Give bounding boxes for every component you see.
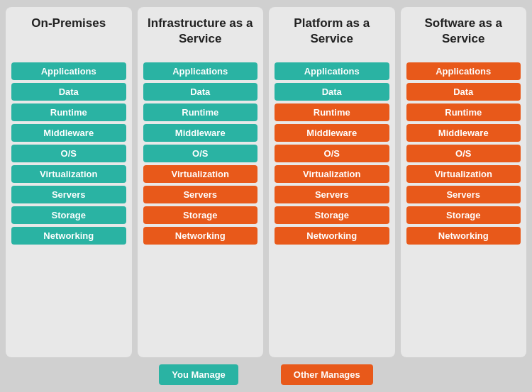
item-storage-iaas: Storage <box>143 206 258 224</box>
item-servers-iaas: Servers <box>143 186 258 203</box>
item-virtualization-iaas: Virtualization <box>143 165 258 183</box>
item-storage-on-premises: Storage <box>11 206 126 224</box>
item-servers-saas: Servers <box>406 186 521 203</box>
item-o-s-saas: O/S <box>406 145 521 162</box>
item-runtime-saas: Runtime <box>406 103 521 121</box>
columns-row: On-PremisesApplicationsDataRuntimeMiddle… <box>6 7 526 357</box>
item-servers-paas: Servers <box>275 186 389 203</box>
item-data-paas: Data <box>275 83 389 101</box>
column-title-on-premises: On-Premises <box>31 16 106 52</box>
legend-row: You Manage Other Manages <box>6 364 526 385</box>
item-middleware-iaas: Middleware <box>143 124 258 142</box>
items-list-on-premises: ApplicationsDataRuntimeMiddlewareO/SVirt… <box>11 62 126 245</box>
item-data-on-premises: Data <box>11 83 126 101</box>
item-virtualization-saas: Virtualization <box>406 165 521 183</box>
item-networking-paas: Networking <box>275 227 389 245</box>
items-list-paas: ApplicationsDataRuntimeMiddlewareO/SVirt… <box>275 62 389 245</box>
item-middleware-on-premises: Middleware <box>11 124 126 142</box>
item-virtualization-paas: Virtualization <box>275 165 389 183</box>
items-list-iaas: ApplicationsDataRuntimeMiddlewareO/SVirt… <box>143 62 258 245</box>
item-data-saas: Data <box>406 83 521 101</box>
item-servers-on-premises: Servers <box>11 186 126 203</box>
item-applications-saas: Applications <box>406 62 521 80</box>
item-applications-on-premises: Applications <box>11 62 126 80</box>
column-title-paas: Platform as a Service <box>275 16 389 52</box>
item-o-s-iaas: O/S <box>143 145 258 162</box>
item-runtime-iaas: Runtime <box>143 103 258 121</box>
item-data-iaas: Data <box>143 83 258 101</box>
item-networking-on-premises: Networking <box>11 227 126 245</box>
item-virtualization-on-premises: Virtualization <box>11 165 126 183</box>
column-paas: Platform as a ServiceApplicationsDataRun… <box>269 7 395 357</box>
column-iaas: Infrastructure as a ServiceApplicationsD… <box>138 7 264 357</box>
item-networking-saas: Networking <box>406 227 521 245</box>
main-container: On-PremisesApplicationsDataRuntimeMiddle… <box>0 0 532 392</box>
you-manage-legend: You Manage <box>159 364 238 385</box>
items-list-saas: ApplicationsDataRuntimeMiddlewareO/SVirt… <box>406 62 521 245</box>
column-on-premises: On-PremisesApplicationsDataRuntimeMiddle… <box>6 7 132 357</box>
item-storage-saas: Storage <box>406 206 521 224</box>
item-networking-iaas: Networking <box>143 227 258 245</box>
item-applications-paas: Applications <box>275 62 389 80</box>
column-title-saas: Software as a Service <box>406 16 521 52</box>
item-middleware-saas: Middleware <box>406 124 521 142</box>
other-manages-legend: Other Manages <box>281 364 373 385</box>
item-o-s-paas: O/S <box>275 145 389 162</box>
item-runtime-paas: Runtime <box>275 103 389 121</box>
column-title-iaas: Infrastructure as a Service <box>143 16 258 52</box>
item-applications-iaas: Applications <box>143 62 258 80</box>
column-saas: Software as a ServiceApplicationsDataRun… <box>401 7 527 357</box>
item-storage-paas: Storage <box>275 206 389 224</box>
item-o-s-on-premises: O/S <box>11 145 126 162</box>
item-runtime-on-premises: Runtime <box>11 103 126 121</box>
item-middleware-paas: Middleware <box>275 124 389 142</box>
